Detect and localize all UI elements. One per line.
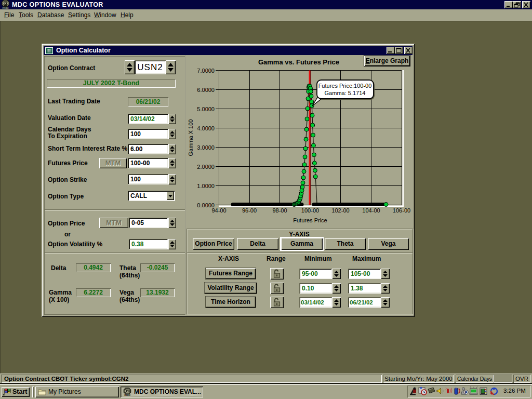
svg-text:Gamma vs. Futures Price: Gamma vs. Futures Price <box>258 58 339 66</box>
svg-text:7.0000: 7.0000 <box>197 68 215 74</box>
svg-text:Gamma: 5.1714: Gamma: 5.1714 <box>325 90 366 96</box>
svg-text:P: P <box>465 391 468 394</box>
svg-text:106-00: 106-00 <box>393 207 410 214</box>
svg-text:1.0000: 1.0000 <box>197 183 215 189</box>
svg-text:Gamma X 100: Gamma X 100 <box>188 119 194 156</box>
svg-text:5.0000: 5.0000 <box>197 106 215 112</box>
svg-text:104-00: 104-00 <box>362 207 380 214</box>
svg-text:Futures Price:100-00: Futures Price:100-00 <box>318 83 372 89</box>
svg-text:102-00: 102-00 <box>331 207 349 214</box>
svg-text:2.0000: 2.0000 <box>197 164 215 170</box>
svg-text:98-00: 98-00 <box>272 207 287 214</box>
svg-text:94-00: 94-00 <box>211 207 226 214</box>
svg-text:3.0000: 3.0000 <box>197 144 215 151</box>
svg-text:Futures Price: Futures Price <box>293 217 327 223</box>
svg-text:96-00: 96-00 <box>242 207 257 214</box>
svg-text:6.0000: 6.0000 <box>197 87 215 93</box>
svg-text:4.0000: 4.0000 <box>197 125 215 131</box>
svg-text:100-00: 100-00 <box>301 207 319 214</box>
svg-text:mdc: mdc <box>124 393 130 396</box>
svg-text:mdc: mdc <box>2 6 9 9</box>
